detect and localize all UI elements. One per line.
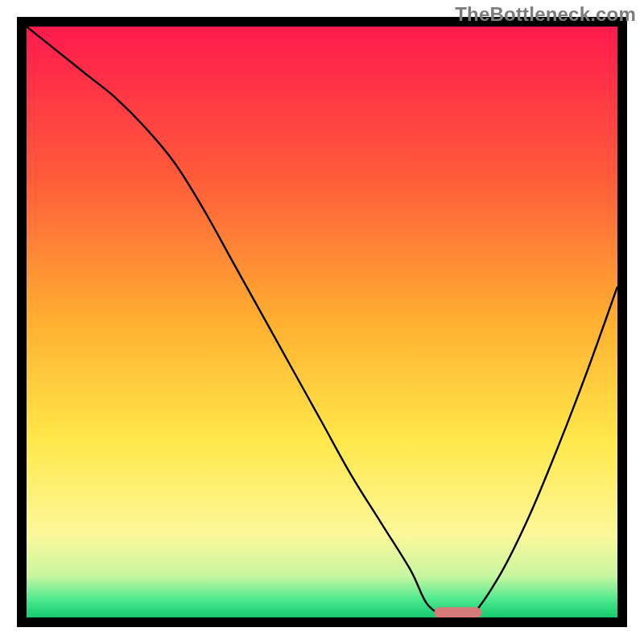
chart-container: TheBottleneck.com — [0, 0, 644, 644]
bottleneck-chart — [0, 0, 644, 644]
highlight-marker — [434, 607, 481, 618]
watermark-text: TheBottleneck.com — [455, 3, 636, 26]
gradient-background — [27, 27, 617, 617]
